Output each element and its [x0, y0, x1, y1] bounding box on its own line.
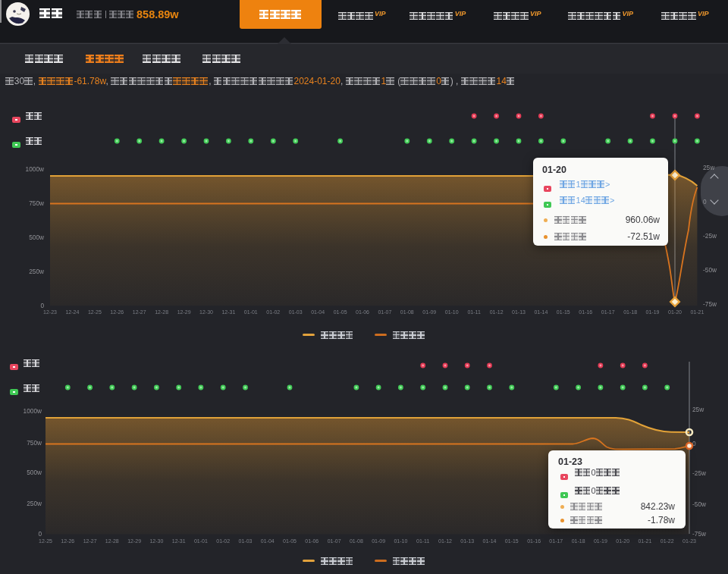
svg-text:01-01: 01-01: [194, 538, 208, 544]
svg-text:01-17: 01-17: [601, 309, 615, 315]
svg-text:01-23: 01-23: [682, 538, 696, 544]
svg-text:01-18: 01-18: [623, 309, 637, 315]
svg-text:01-09: 01-09: [422, 309, 436, 315]
svg-text:250w: 250w: [29, 268, 45, 275]
svg-text:12-30: 12-30: [199, 309, 213, 315]
svg-text:01-11: 01-11: [467, 309, 480, 315]
svg-text:12-26: 12-26: [61, 538, 74, 544]
svg-text:01-18: 01-18: [572, 538, 585, 544]
svg-text:12-30: 12-30: [149, 538, 163, 544]
svg-text:01-14: 01-14: [483, 538, 497, 544]
svg-text:1000w: 1000w: [24, 407, 42, 415]
svg-text:01-17: 01-17: [549, 538, 563, 544]
svg-text:12-28: 12-28: [105, 538, 119, 544]
svg-text:12-25: 12-25: [88, 309, 102, 315]
svg-text:-25w: -25w: [703, 232, 717, 240]
svg-text:500w: 500w: [27, 469, 42, 476]
svg-text:1000w: 1000w: [26, 165, 45, 173]
svg-text:12-28: 12-28: [155, 309, 168, 315]
svg-text:12-27: 12-27: [133, 309, 146, 315]
svg-text:12-27: 12-27: [83, 538, 97, 544]
svg-text:12-29: 12-29: [177, 309, 191, 315]
svg-text:01-21: 01-21: [638, 538, 651, 544]
svg-text:01-13: 01-13: [460, 538, 474, 544]
svg-text:01-07: 01-07: [328, 538, 341, 544]
svg-text:01-22: 01-22: [661, 538, 674, 544]
svg-text:01-10: 01-10: [394, 538, 407, 544]
svg-text:01-12: 01-12: [490, 309, 504, 315]
svg-text:-50w: -50w: [703, 266, 717, 274]
svg-text:12-25: 12-25: [39, 538, 52, 544]
svg-text:12-31: 12-31: [221, 309, 235, 315]
svg-text:01-16: 01-16: [579, 309, 592, 315]
svg-text:12-26: 12-26: [110, 309, 124, 315]
svg-text:01-04: 01-04: [311, 309, 325, 315]
svg-text:01-02: 01-02: [266, 309, 280, 315]
svg-text:01-15: 01-15: [557, 309, 570, 315]
svg-text:01-05: 01-05: [334, 309, 347, 315]
svg-text:01-03: 01-03: [289, 309, 303, 315]
svg-text:-50w: -50w: [692, 500, 707, 508]
svg-text:750w: 750w: [27, 439, 42, 447]
svg-text:01-04: 01-04: [261, 538, 275, 544]
svg-text:01-19: 01-19: [646, 309, 660, 315]
svg-text:0: 0: [40, 302, 44, 309]
svg-text:01-14: 01-14: [534, 309, 548, 315]
svg-text:01-06: 01-06: [305, 538, 318, 544]
svg-text:01-20: 01-20: [668, 309, 682, 315]
svg-text:0: 0: [38, 530, 42, 538]
svg-text:12-31: 12-31: [172, 538, 186, 544]
svg-text:01-21: 01-21: [690, 309, 704, 315]
svg-text:01-20: 01-20: [616, 538, 629, 544]
svg-text:12-29: 12-29: [127, 538, 141, 544]
svg-text:01-16: 01-16: [527, 538, 541, 544]
svg-text:25w: 25w: [703, 164, 715, 171]
svg-text:01-11: 01-11: [416, 538, 429, 544]
svg-text:01-10: 01-10: [445, 309, 459, 315]
svg-text:01-15: 01-15: [505, 538, 519, 544]
svg-text:01-03: 01-03: [239, 538, 253, 544]
svg-text:01-05: 01-05: [283, 538, 297, 544]
svg-text:01-19: 01-19: [594, 538, 607, 544]
svg-text:500w: 500w: [29, 234, 45, 241]
svg-text:-75w: -75w: [703, 300, 717, 308]
svg-text:-75w: -75w: [692, 530, 707, 538]
svg-text:250w: 250w: [27, 500, 42, 507]
svg-text:0: 0: [703, 198, 707, 205]
svg-text:01-12: 01-12: [438, 538, 452, 544]
svg-text:01-07: 01-07: [378, 309, 391, 315]
svg-text:01-06: 01-06: [356, 309, 369, 315]
svg-text:12-24: 12-24: [65, 309, 79, 315]
svg-text:750w: 750w: [29, 199, 45, 207]
svg-text:01-01: 01-01: [244, 309, 258, 315]
svg-text:01-08: 01-08: [400, 309, 414, 315]
svg-text:01-13: 01-13: [512, 309, 526, 315]
svg-text:-25w: -25w: [692, 469, 707, 477]
svg-text:25w: 25w: [692, 406, 704, 413]
svg-text:01-09: 01-09: [372, 538, 385, 544]
svg-text:01-02: 01-02: [216, 538, 230, 544]
svg-text:01-08: 01-08: [350, 538, 363, 544]
svg-text:12-23: 12-23: [43, 309, 57, 315]
